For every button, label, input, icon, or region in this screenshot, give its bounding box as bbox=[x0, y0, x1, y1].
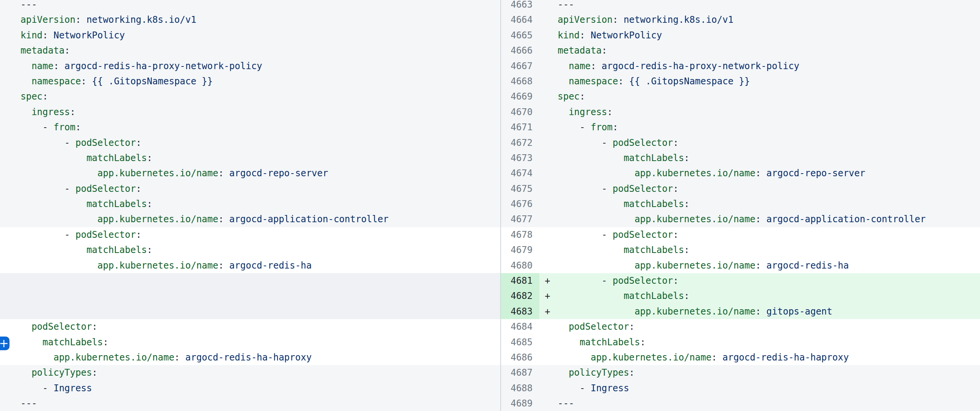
line-number[interactable]: 4670 bbox=[501, 105, 539, 120]
line-number[interactable]: 4668 bbox=[501, 74, 539, 89]
line-number[interactable]: 4679 bbox=[501, 242, 539, 257]
code-line: - podSelector: bbox=[539, 181, 980, 197]
new-code-pane: 4663---4664apiVersion: networking.k8s.io… bbox=[501, 0, 980, 411]
line-number[interactable]: 4678 bbox=[501, 227, 539, 242]
diff-row-old: matchLabels: bbox=[0, 197, 500, 211]
line-number[interactable]: 4671 bbox=[501, 120, 539, 135]
diff-row-new: 4668 namespace: {{ .GitopsNamespace }} bbox=[501, 74, 980, 89]
diff-row-new: 4665kind: NetworkPolicy bbox=[501, 28, 980, 43]
code-line: name: argocd-redis-ha-proxy-network-poli… bbox=[0, 59, 500, 74]
code-cell: matchLabels: bbox=[539, 151, 980, 166]
code-cell: app.kubernetes.io/name: argocd-applicati… bbox=[539, 211, 980, 227]
old-code-pane: ---apiVersion: networking.k8s.io/v1kind:… bbox=[0, 0, 500, 411]
code-cell: - podSelector: bbox=[539, 181, 980, 197]
code-cell: - podSelector: bbox=[539, 135, 980, 151]
code-cell: app.kubernetes.io/name: argocd-repo-serv… bbox=[539, 166, 980, 181]
line-number[interactable]: 4664 bbox=[501, 12, 539, 27]
line-number[interactable]: 4684 bbox=[501, 319, 539, 334]
code-cell: apiVersion: networking.k8s.io/v1 bbox=[0, 12, 500, 27]
line-number[interactable]: 4667 bbox=[501, 59, 539, 74]
diff-row-new: 4688 - Ingress bbox=[501, 381, 980, 396]
code-cell: apiVersion: networking.k8s.io/v1 bbox=[539, 12, 980, 27]
code-line: matchLabels: bbox=[539, 242, 980, 257]
line-number[interactable]: 4672 bbox=[501, 135, 539, 151]
code-line: name: argocd-redis-ha-proxy-network-poli… bbox=[539, 59, 980, 74]
diff-row-new: 4689--- bbox=[501, 396, 980, 411]
code-line: apiVersion: networking.k8s.io/v1 bbox=[0, 12, 500, 27]
code-cell: --- bbox=[0, 0, 500, 12]
code-cell: app.kubernetes.io/name: argocd-redis-ha-… bbox=[539, 350, 980, 365]
diff-row-new: 4684 podSelector: bbox=[501, 319, 980, 334]
diff-row-old: matchLabels: bbox=[0, 242, 500, 257]
diff-row-old: matchLabels: bbox=[0, 151, 500, 166]
diff-row-new: 4679 matchLabels: bbox=[501, 242, 980, 257]
add-comment-button[interactable]: + bbox=[0, 336, 10, 350]
code-line: - podSelector: bbox=[539, 135, 980, 151]
diff-row-old: --- bbox=[0, 396, 500, 411]
diff-row-new: 4667 name: argocd-redis-ha-proxy-network… bbox=[501, 59, 980, 74]
line-number[interactable]: 4665 bbox=[501, 28, 539, 43]
diff-row-new: 4676 matchLabels: bbox=[501, 197, 980, 211]
code-line: app.kubernetes.io/name: argocd-redis-ha-… bbox=[0, 350, 500, 365]
code-line: podSelector: bbox=[0, 319, 500, 334]
code-cell: name: argocd-redis-ha-proxy-network-poli… bbox=[0, 59, 500, 74]
line-number[interactable]: 4686 bbox=[501, 350, 539, 365]
diff-row-new: 4663--- bbox=[501, 0, 980, 12]
diff-row-new: 4678 - podSelector: bbox=[501, 227, 980, 242]
diff-row-old: app.kubernetes.io/name: argocd-repo-serv… bbox=[0, 166, 500, 181]
line-number[interactable]: 4674 bbox=[501, 166, 539, 181]
diff-row-new: 4664apiVersion: networking.k8s.io/v1 bbox=[501, 12, 980, 27]
line-number[interactable]: 4676 bbox=[501, 197, 539, 211]
line-number[interactable]: 4682 bbox=[501, 288, 539, 303]
code-line: ingress: bbox=[539, 105, 980, 120]
line-number[interactable]: 4673 bbox=[501, 151, 539, 166]
code-cell: - podSelector: bbox=[0, 135, 500, 151]
diff-row-new: 4669spec: bbox=[501, 89, 980, 104]
line-number[interactable]: 4681 bbox=[501, 273, 539, 288]
diff-row-new: 4685 matchLabels: bbox=[501, 335, 980, 350]
line-number[interactable]: 4669 bbox=[501, 89, 539, 104]
line-number[interactable]: 4685 bbox=[501, 335, 539, 350]
code-cell: app.kubernetes.io/name: argocd-repo-serv… bbox=[0, 166, 500, 181]
code-line: app.kubernetes.io/name: argocd-applicati… bbox=[0, 211, 500, 227]
code-line: metadata: bbox=[539, 43, 980, 58]
code-line: spec: bbox=[0, 89, 500, 104]
code-cell: + app.kubernetes.io/name: gitops-agent bbox=[539, 304, 980, 319]
diff-row-old: - podSelector: bbox=[0, 135, 500, 151]
diff-row-new: 4687 policyTypes: bbox=[501, 365, 980, 380]
line-number[interactable]: 4666 bbox=[501, 43, 539, 58]
line-number[interactable]: 4675 bbox=[501, 181, 539, 197]
code-line: - podSelector: bbox=[539, 227, 980, 242]
code-line: --- bbox=[539, 396, 980, 411]
code-cell: name: argocd-redis-ha-proxy-network-poli… bbox=[539, 59, 980, 74]
line-number[interactable]: 4688 bbox=[501, 381, 539, 396]
diff-row-old: spec: bbox=[0, 89, 500, 104]
line-number[interactable]: 4663 bbox=[501, 0, 539, 12]
code-cell: matchLabels: bbox=[0, 151, 500, 166]
diff-row-old: apiVersion: networking.k8s.io/v1 bbox=[0, 12, 500, 27]
code-line: matchLabels: bbox=[0, 151, 500, 166]
diff-row-old: podSelector: bbox=[0, 319, 500, 334]
code-line: --- bbox=[0, 396, 500, 411]
line-number[interactable]: 4683 bbox=[501, 304, 539, 319]
line-number[interactable]: 4687 bbox=[501, 365, 539, 380]
addition-marker: + bbox=[545, 304, 550, 319]
diff-row-new: 4670 ingress: bbox=[501, 105, 980, 120]
code-line: metadata: bbox=[0, 43, 500, 58]
code-cell: --- bbox=[539, 0, 980, 12]
line-number[interactable]: 4689 bbox=[501, 396, 539, 411]
split-diff-view: ---apiVersion: networking.k8s.io/v1kind:… bbox=[0, 0, 980, 411]
code-line: ingress: bbox=[0, 105, 500, 120]
code-line: kind: NetworkPolicy bbox=[0, 28, 500, 43]
diff-row-new: 4674 app.kubernetes.io/name: argocd-repo… bbox=[501, 166, 980, 181]
code-line: kind: NetworkPolicy bbox=[539, 28, 980, 43]
code-cell: + matchLabels: bbox=[539, 288, 980, 303]
code-cell: - Ingress bbox=[539, 381, 980, 396]
code-line: - podSelector: bbox=[539, 273, 980, 288]
line-number[interactable]: 4677 bbox=[501, 211, 539, 227]
diff-row-old: app.kubernetes.io/name: argocd-applicati… bbox=[0, 211, 500, 227]
diff-row-old: kind: NetworkPolicy bbox=[0, 28, 500, 43]
line-number[interactable]: 4680 bbox=[501, 258, 539, 273]
code-cell: spec: bbox=[0, 89, 500, 104]
code-cell: namespace: {{ .GitopsNamespace }} bbox=[539, 74, 980, 89]
